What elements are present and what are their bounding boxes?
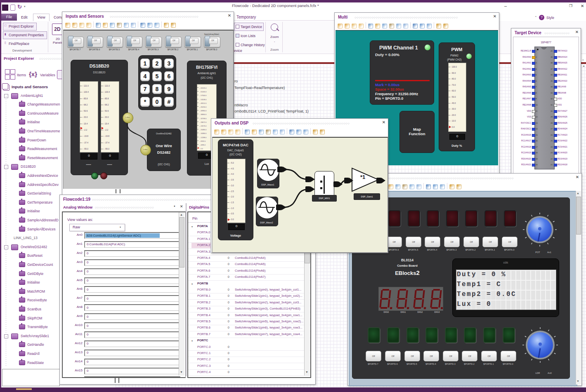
svg-text:*1: *1 — [360, 174, 365, 180]
